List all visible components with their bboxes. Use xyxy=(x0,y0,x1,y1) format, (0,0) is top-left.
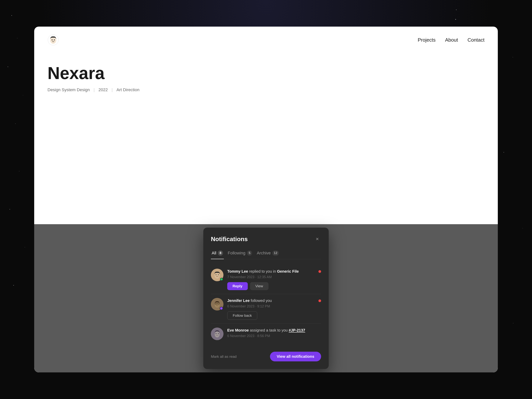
hero-meta-direction: Art Direction xyxy=(116,87,139,92)
avatar-wrap xyxy=(211,269,223,281)
reply-button[interactable]: Reply xyxy=(227,282,248,290)
mark-all-read-link[interactable]: Mark all as read xyxy=(211,355,237,359)
tab-archive[interactable]: Archive 12 xyxy=(256,248,279,259)
star-decoration xyxy=(455,19,456,20)
online-indicator xyxy=(220,278,223,281)
view-all-button[interactable]: View all notifications xyxy=(270,352,321,361)
notification-actions: Reply View xyxy=(227,282,321,290)
notification-item: Eve Monroe assigned a task to you #JP-21… xyxy=(211,323,321,345)
svg-point-7 xyxy=(218,274,219,275)
notification-action: assigned a task to you xyxy=(250,328,289,332)
star-decoration xyxy=(10,209,10,209)
star-decoration xyxy=(456,10,456,10)
follow-back-button[interactable]: Follow back xyxy=(227,311,257,320)
svg-point-16 xyxy=(218,333,219,334)
tabs: All 8 Following 5 Archive 12 xyxy=(211,248,321,259)
tab-archive-label: Archive xyxy=(257,251,271,256)
notification-item: ✓ Jennifer Lee followed you 6 November 2… xyxy=(211,294,321,323)
notification-panel: Notifications × All 8 Following 5 Archiv… xyxy=(203,228,329,369)
nav-links: Projects About Contact xyxy=(418,37,484,43)
tab-following-badge: 5 xyxy=(247,250,252,256)
tab-all-label: All xyxy=(212,251,216,256)
meta-separator: | xyxy=(94,87,95,92)
star-decoration xyxy=(15,124,16,124)
check-icon: ✓ xyxy=(221,307,222,310)
svg-point-14 xyxy=(215,331,220,337)
panel-header: Notifications × xyxy=(211,235,321,243)
star-decoration xyxy=(8,66,8,67)
star-decoration xyxy=(504,152,504,152)
notification-text: Jennifer Lee followed you xyxy=(227,298,321,303)
notification-item: Tommy Lee replied to you in Generic File… xyxy=(211,265,321,294)
panel-footer: Mark all as read View all notifications xyxy=(211,349,321,361)
hero-meta: Design System Design | 2022 | Art Direct… xyxy=(48,87,484,92)
nav-link-about[interactable]: About xyxy=(445,37,458,43)
nav-link-projects[interactable]: Projects xyxy=(418,37,436,43)
hero-section: Nexara Design System Design | 2022 | Art… xyxy=(34,53,498,92)
notification-action: replied to you in xyxy=(249,269,277,273)
notification-body: Tommy Lee replied to you in Generic File… xyxy=(227,269,321,290)
star-decoration xyxy=(522,228,523,228)
star-decoration xyxy=(23,95,23,95)
svg-point-6 xyxy=(216,274,216,275)
notification-time: 6 November 2023 · 8:56 PM xyxy=(227,334,321,338)
notification-action: followed you xyxy=(251,298,272,303)
unread-indicator xyxy=(318,299,321,302)
notification-user: Tommy Lee xyxy=(227,269,248,273)
hero-meta-year: 2022 xyxy=(98,87,108,92)
page-title: Nexara xyxy=(48,65,484,82)
main-card: Projects About Contact Nexara Design Sys… xyxy=(34,27,498,372)
notification-user: Jennifer Lee xyxy=(227,298,250,303)
panel-title: Notifications xyxy=(211,236,248,243)
star-decoration xyxy=(17,38,18,38)
notification-target[interactable]: #JP-2137 xyxy=(289,328,305,332)
svg-point-5 xyxy=(215,272,220,279)
star-decoration xyxy=(513,57,513,57)
tab-all[interactable]: All 8 xyxy=(211,248,224,259)
avatar xyxy=(211,328,223,340)
close-button[interactable]: × xyxy=(314,235,321,243)
nav-link-contact[interactable]: Contact xyxy=(467,37,484,43)
notification-time: 7 November 2023 · 12:35 AM xyxy=(227,275,321,279)
logo[interactable] xyxy=(48,34,59,46)
tab-following-label: Following xyxy=(228,251,245,256)
tab-all-badge: 8 xyxy=(218,250,223,256)
notification-body: Eve Monroe assigned a task to you #JP-21… xyxy=(227,328,321,341)
svg-point-2 xyxy=(52,39,53,40)
unread-indicator xyxy=(318,270,321,273)
follow-badge: ✓ xyxy=(220,307,223,310)
avatar-wrap xyxy=(211,328,223,340)
notification-body: Jennifer Lee followed you 6 November 202… xyxy=(227,298,321,320)
tab-archive-badge: 12 xyxy=(272,250,279,256)
meta-separator: | xyxy=(112,87,113,92)
svg-point-3 xyxy=(54,39,55,40)
hero-meta-design: Design System Design xyxy=(48,87,90,92)
notification-target: Generic File xyxy=(277,269,299,273)
svg-point-1 xyxy=(50,37,56,44)
star-decoration xyxy=(13,285,14,285)
tab-following[interactable]: Following 5 xyxy=(227,248,253,259)
notification-time: 6 November 2023 · 9:12 PM xyxy=(227,304,321,308)
notification-actions: Follow back xyxy=(227,311,321,320)
star-decoration xyxy=(19,171,19,171)
notification-text: Tommy Lee replied to you in Generic File xyxy=(227,269,321,274)
avatar-wrap: ✓ xyxy=(211,298,223,310)
svg-point-9 xyxy=(215,302,220,308)
svg-point-15 xyxy=(216,333,216,334)
star-decoration xyxy=(25,247,25,247)
notification-user: Eve Monroe xyxy=(227,328,249,332)
navigation: Projects About Contact xyxy=(34,27,498,53)
view-button[interactable]: View xyxy=(250,282,268,290)
star-decoration xyxy=(513,323,513,323)
notification-text: Eve Monroe assigned a task to you #JP-21… xyxy=(227,328,321,333)
dark-section: Notifications × All 8 Following 5 Archiv… xyxy=(34,224,498,372)
star-decoration xyxy=(11,15,12,16)
